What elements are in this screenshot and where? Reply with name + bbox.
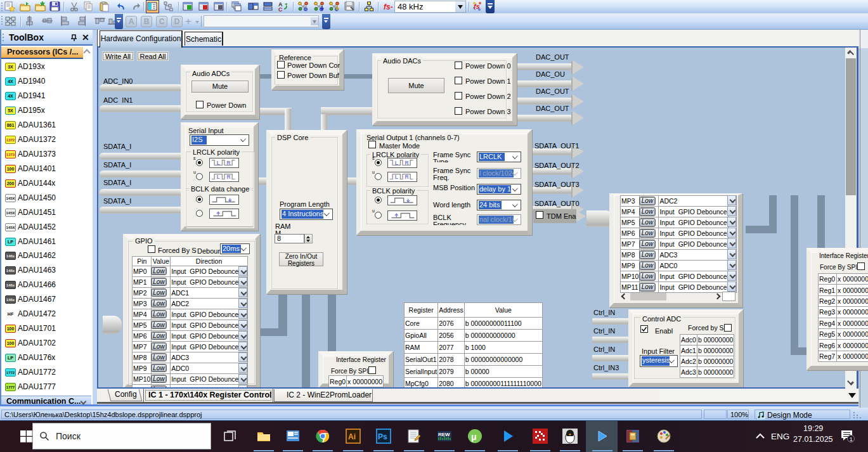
svg-text:L: L bbox=[395, 160, 398, 166]
svg-text:L: L bbox=[217, 174, 220, 180]
svg-text:C: C bbox=[278, 6, 283, 13]
svg-text:R: R bbox=[226, 160, 230, 166]
svg-text:R: R bbox=[226, 174, 230, 180]
svg-text:µ: µ bbox=[471, 431, 477, 442]
svg-text:L: L bbox=[395, 174, 398, 180]
svg-text:1: 1 bbox=[850, 436, 853, 442]
svg-text:R: R bbox=[405, 160, 408, 166]
svg-text:L: L bbox=[217, 160, 220, 166]
svg-text:Ai: Ai bbox=[348, 432, 356, 441]
svg-text:Ps: Ps bbox=[378, 432, 387, 441]
svg-text:R: R bbox=[405, 174, 408, 180]
